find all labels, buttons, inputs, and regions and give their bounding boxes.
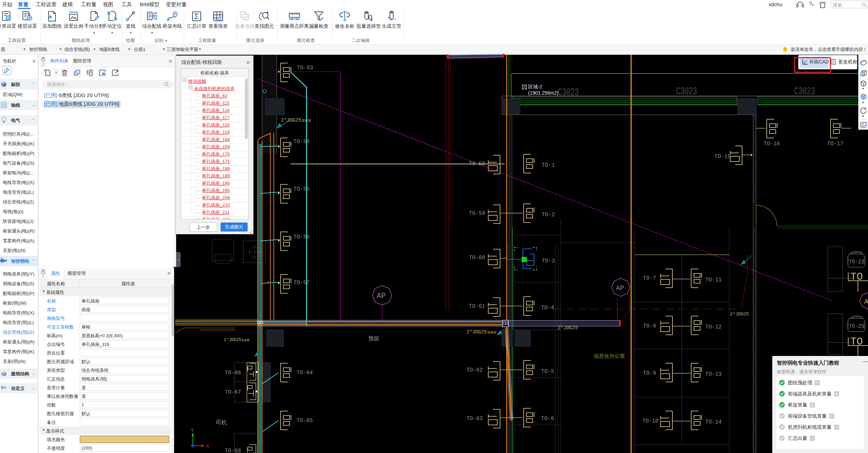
svg-text:TO-3: TO-3 <box>542 258 555 264</box>
svg-text:TO-5: TO-5 <box>541 368 554 375</box>
svg-text:TO-6: TO-6 <box>541 415 554 422</box>
svg-text:TO-9: TO-9 <box>643 370 656 376</box>
svg-text:AP: AP <box>864 298 868 306</box>
svg-text:TO-61: TO-61 <box>469 303 485 310</box>
svg-text:2*JDG25: 2*JDG25 <box>558 325 578 331</box>
svg-text:TO-65: TO-65 <box>297 417 313 424</box>
svg-text:C3023: C3023 <box>558 87 579 98</box>
svg-text:TO-8: TO-8 <box>643 323 656 329</box>
svg-text:TO-60: TO-60 <box>469 254 485 261</box>
svg-text:TO-2: TO-2 <box>542 211 555 218</box>
svg-text:TO-25: TO-25 <box>849 323 864 330</box>
svg-text:AP: AP <box>616 284 624 292</box>
svg-text:TO-59: TO-59 <box>469 210 485 217</box>
svg-text:TO-62: TO-62 <box>466 367 483 373</box>
svg-text:至桥架: 至桥架 <box>241 339 250 342</box>
svg-text:TO-56: TO-56 <box>293 234 310 240</box>
svg-text:Y: Y <box>191 427 194 433</box>
svg-text:1*JDG25: 1*JDG25 <box>224 338 241 342</box>
svg-text:TO-15: TO-15 <box>714 153 731 160</box>
svg-text:TO-55: TO-55 <box>293 186 310 192</box>
svg-text:TO-54: TO-54 <box>293 138 310 145</box>
svg-text:TO-63: TO-63 <box>466 415 483 422</box>
svg-text:AP: AP <box>377 292 386 300</box>
svg-text:TO-53: TO-53 <box>297 64 313 71</box>
svg-text:TO-4: TO-4 <box>541 304 554 311</box>
svg-text:TO-12: TO-12 <box>705 324 722 330</box>
svg-text:(1901.256m2): (1901.256m2) <box>528 90 558 96</box>
svg-text:TO-10: TO-10 <box>642 418 659 424</box>
svg-text:TO-66: TO-66 <box>225 369 241 376</box>
svg-text:TO-64: TO-64 <box>297 369 313 376</box>
svg-text:TO: TO <box>850 336 863 348</box>
svg-text:TO-7: TO-7 <box>643 275 656 281</box>
svg-text:2*JDG25: 2*JDG25 <box>281 117 301 123</box>
svg-text:TO-57: TO-57 <box>293 279 310 286</box>
svg-text:TO-13: TO-13 <box>705 371 722 377</box>
svg-text:X: X <box>206 443 209 449</box>
svg-text:2*JDG25: 2*JDG25 <box>466 329 487 335</box>
svg-text:TO-17: TO-17 <box>827 140 843 147</box>
svg-text:信息化办公室: 信息化办公室 <box>594 353 625 359</box>
svg-text:TO-1: TO-1 <box>542 162 555 168</box>
svg-text:2*JDG25: 2*JDG25 <box>730 312 749 317</box>
svg-text:TO-58: TO-58 <box>469 160 485 167</box>
svg-text:TO-68: TO-68 <box>225 447 241 453</box>
svg-text:TO-67: TO-67 <box>225 389 241 395</box>
svg-text:C3023: C3023 <box>794 86 815 97</box>
svg-text:至桥架: 至桥架 <box>302 119 311 123</box>
svg-text:TO-16: TO-16 <box>764 140 780 147</box>
svg-text:C3023: C3023 <box>676 86 697 97</box>
svg-text:预留: 预留 <box>368 336 379 341</box>
svg-text:TO-11: TO-11 <box>705 277 722 283</box>
svg-text:司机: 司机 <box>216 419 227 425</box>
svg-text:TO-14: TO-14 <box>705 419 722 425</box>
svg-text:至桥架: 至桥架 <box>487 331 497 334</box>
svg-text:TO: TO <box>850 271 863 283</box>
svg-text:区域-2: 区域-2 <box>528 84 542 89</box>
svg-text:3D: 3D <box>861 73 864 76</box>
svg-text:TO-22: TO-22 <box>849 259 864 265</box>
